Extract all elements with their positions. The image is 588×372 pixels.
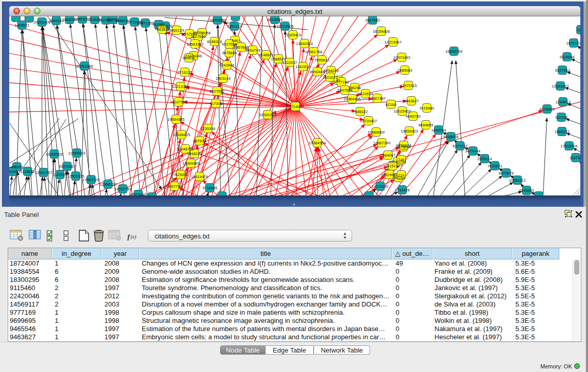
svg-text:7663822: 7663822 [155, 27, 169, 32]
svg-text:1405571: 1405571 [14, 23, 29, 28]
svg-text:10807487: 10807487 [368, 96, 385, 101]
svg-text:2687682: 2687682 [365, 18, 380, 23]
svg-text:12213967: 12213967 [384, 40, 401, 45]
svg-text:1115682: 1115682 [20, 169, 35, 174]
svg-text:887833: 887833 [193, 139, 206, 143]
svg-text:10671355: 10671355 [137, 21, 154, 26]
svg-text:746: 746 [398, 158, 405, 162]
svg-text:13640910: 13640910 [296, 41, 313, 46]
svg-text:8322037: 8322037 [282, 60, 297, 65]
svg-text:746266: 746266 [348, 85, 361, 90]
svg-text:2718126: 2718126 [177, 70, 192, 75]
svg-text:9756928: 9756928 [396, 143, 411, 148]
svg-text:15300293: 15300293 [259, 113, 276, 117]
svg-text:11325419: 11325419 [285, 33, 301, 37]
svg-text:9474444: 9474444 [465, 149, 480, 154]
svg-text:5498222: 5498222 [187, 151, 202, 156]
svg-text:12093872: 12093872 [552, 84, 569, 89]
svg-text:12975115: 12975115 [400, 83, 417, 88]
svg-text:8215955: 8215955 [539, 107, 554, 112]
svg-text:16543362: 16543362 [186, 42, 203, 47]
svg-text:16154808: 16154808 [373, 29, 389, 34]
svg-text:10958107: 10958107 [99, 182, 116, 187]
svg-text:1575107: 1575107 [566, 41, 580, 46]
svg-text:3624534: 3624534 [358, 92, 373, 96]
svg-text:9716485: 9716485 [202, 186, 217, 190]
svg-text:20364436: 20364436 [343, 97, 360, 101]
svg-text:7632621: 7632621 [487, 164, 502, 168]
svg-text:10046756: 10046756 [177, 147, 193, 151]
svg-text:9115460: 9115460 [420, 106, 434, 111]
svg-text:9245652: 9245652 [519, 188, 534, 193]
svg-text:6379197: 6379197 [452, 144, 467, 148]
svg-text:1235359: 1235359 [200, 126, 215, 131]
svg-text:16782759: 16782759 [114, 187, 131, 191]
svg-text:16648764: 16648764 [445, 49, 462, 54]
svg-text:16053809: 16053809 [209, 18, 226, 23]
svg-text:1733426: 1733426 [395, 188, 409, 192]
svg-text:10973493: 10973493 [393, 55, 410, 60]
svg-text:9329966: 9329966 [559, 55, 574, 59]
svg-text:9242848: 9242848 [219, 63, 234, 68]
svg-text:19654985: 19654985 [167, 117, 184, 122]
svg-text:39159: 39159 [9, 169, 17, 174]
svg-text:19654923: 19654923 [401, 129, 418, 134]
svg-text:435051: 435051 [10, 165, 23, 169]
svg-text:9699695: 9699695 [418, 123, 433, 127]
svg-text:9657791: 9657791 [167, 184, 182, 189]
svg-text:10025433: 10025433 [394, 109, 410, 114]
svg-text:12942757: 12942757 [35, 170, 52, 175]
svg-text:1615132: 1615132 [385, 164, 400, 168]
svg-text:102106: 102106 [555, 115, 568, 120]
svg-text:8813054: 8813054 [267, 17, 282, 22]
svg-text:12359924: 12359924 [68, 151, 85, 156]
svg-text:214: 214 [398, 173, 405, 178]
svg-text:62160: 62160 [386, 102, 397, 107]
svg-text:9777169: 9777169 [334, 80, 349, 84]
svg-text:7485063: 7485063 [397, 68, 412, 73]
svg-text:9227343: 9227343 [555, 68, 570, 73]
svg-text:19166825: 19166825 [173, 133, 190, 137]
svg-text:9463627: 9463627 [404, 99, 419, 103]
svg-text:116753: 116753 [570, 156, 580, 160]
svg-text:20053346: 20053346 [76, 64, 93, 69]
svg-text:1621072: 1621072 [322, 75, 337, 80]
svg-text:8427552: 8427552 [209, 89, 224, 94]
svg-text:18807249: 18807249 [373, 141, 390, 145]
svg-text:17957225: 17957225 [82, 178, 99, 182]
svg-text:10688609: 10688609 [367, 130, 384, 135]
svg-text:8454749: 8454749 [245, 48, 260, 53]
svg-text:7357224: 7357224 [227, 24, 242, 29]
svg-text:3684067: 3684067 [380, 153, 395, 158]
svg-text:8186328: 8186328 [207, 39, 222, 44]
svg-text:10961758: 10961758 [305, 50, 322, 54]
svg-text:7955812: 7955812 [314, 58, 329, 62]
svg-text:7625402: 7625402 [173, 172, 188, 177]
svg-text:1569297: 1569297 [554, 129, 569, 134]
svg-text:12505135: 12505135 [67, 174, 84, 179]
svg-text:8471676: 8471676 [498, 171, 513, 176]
svg-text:8990448: 8990448 [310, 70, 324, 74]
svg-text:12213369: 12213369 [172, 84, 189, 89]
svg-text:(x): (x) [130, 234, 137, 240]
svg-text:20975887: 20975887 [58, 164, 75, 169]
svg-text:16107553: 16107553 [170, 100, 187, 104]
svg-text:19384554: 19384554 [309, 141, 325, 145]
svg-text:10654112: 10654112 [509, 178, 526, 183]
svg-text:2803144: 2803144 [215, 76, 230, 81]
svg-text:1362615: 1362615 [295, 64, 310, 69]
svg-text:20691406: 20691406 [33, 20, 50, 25]
svg-text:20206526: 20206526 [46, 152, 62, 157]
svg-text:9495750: 9495750 [405, 114, 420, 119]
svg-text:15720407: 15720407 [360, 119, 377, 123]
svg-text:3875685: 3875685 [222, 51, 236, 55]
svg-text:1244413: 1244413 [555, 100, 570, 104]
svg-text:1114519: 1114519 [53, 172, 67, 177]
svg-text:417006: 417006 [209, 101, 222, 106]
svg-text:2069141: 2069141 [49, 18, 63, 23]
svg-text:1440954: 1440954 [431, 128, 446, 133]
svg-text:8938928: 8938928 [443, 135, 458, 139]
svg-text:14136141: 14136141 [372, 184, 388, 189]
svg-text:16914479: 16914479 [191, 174, 208, 179]
svg-text:2935114: 2935114 [477, 157, 492, 161]
